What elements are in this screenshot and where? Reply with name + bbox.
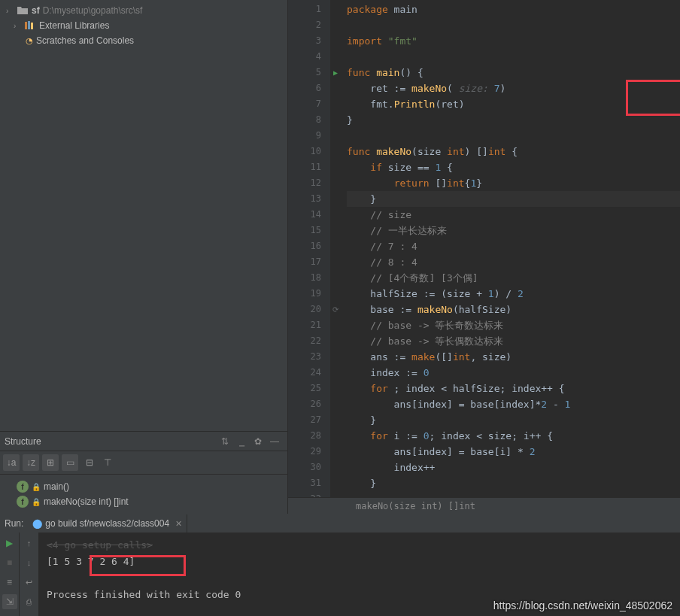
project-path: D:\mysetup\gopath\src\sf bbox=[43, 5, 143, 16]
line-gutter[interactable]: 1 2 3 4 5 6 7 8 9 10 11 12 13 14 15 16 1… bbox=[288, 0, 330, 514]
external-libraries[interactable]: › External Libraries bbox=[0, 18, 287, 33]
run-header: Run: ⬤ go build sf/newclass2/class004 ✕ bbox=[0, 514, 680, 533]
stop-button[interactable]: ■ bbox=[2, 555, 17, 570]
run-config-tab[interactable]: ⬤ go build sf/newclass2/class004 ✕ bbox=[28, 514, 187, 533]
chevron-right-icon[interactable]: › bbox=[6, 7, 17, 15]
output-line: [1 5 3 7 2 6 4] bbox=[47, 554, 672, 570]
rerun-button[interactable]: ▶ bbox=[2, 536, 17, 551]
autoscroll-icon[interactable]: ⊟ bbox=[81, 454, 98, 471]
structure-item-main[interactable]: f 🔒 main() bbox=[0, 479, 287, 494]
filter-icon[interactable]: ⇅ bbox=[217, 436, 233, 447]
go-icon: ⬤ bbox=[32, 518, 42, 529]
sort-visibility-icon[interactable]: ↓z bbox=[23, 454, 39, 471]
structure-panel: Structure ⇅ ⎯ ✿ — ↓a ↓z ⊞ ▭ ⊟ ⊤ f bbox=[0, 431, 287, 514]
folder-icon bbox=[17, 5, 29, 16]
code-editor[interactable]: 1 2 3 4 5 6 7 8 9 10 11 12 13 14 15 16 1… bbox=[288, 0, 680, 514]
lock-icon: 🔒 bbox=[32, 498, 41, 506]
group-icon[interactable]: ▭ bbox=[62, 454, 78, 471]
structure-title: Structure bbox=[5, 436, 217, 447]
structure-body: f 🔒 main() f 🔒 makeNo(size int) []int bbox=[0, 475, 287, 514]
svg-rect-2 bbox=[31, 23, 33, 29]
print-icon[interactable]: ⎙ bbox=[22, 594, 37, 609]
chevron-right-icon[interactable]: › bbox=[14, 22, 24, 30]
sort-alpha-icon[interactable]: ↓a bbox=[3, 454, 20, 471]
run-tab-label: go build sf/newclass2/class004 bbox=[45, 518, 169, 529]
collapse-icon[interactable]: ⎯ bbox=[233, 436, 250, 447]
structure-item-label: makeNo(size int) []int bbox=[44, 496, 129, 507]
structure-header: Structure ⇅ ⎯ ✿ — bbox=[0, 432, 287, 451]
external-libs-label: External Libraries bbox=[39, 20, 109, 31]
gear-icon[interactable]: ✿ bbox=[250, 436, 266, 447]
breadcrumb[interactable]: makeNo(size int) []int bbox=[288, 497, 680, 514]
function-icon: f bbox=[17, 496, 29, 508]
watermark: https://blog.csdn.net/weixin_48502062 bbox=[493, 599, 672, 611]
structure-item-label: main() bbox=[44, 481, 69, 492]
scratches-row[interactable]: ◔ Scratches and Consoles bbox=[0, 33, 287, 48]
lock-icon: 🔒 bbox=[32, 483, 41, 491]
close-icon[interactable]: ✕ bbox=[175, 519, 182, 529]
hide-icon[interactable]: — bbox=[266, 436, 283, 447]
wrap-icon[interactable]: ↩ bbox=[22, 575, 37, 590]
libraries-icon bbox=[24, 20, 36, 31]
project-tree[interactable]: › sf D:\mysetup\gopath\src\sf › External… bbox=[0, 0, 287, 431]
code-content[interactable]: package main import "fmt" func main() { … bbox=[330, 0, 680, 514]
svg-rect-0 bbox=[25, 22, 27, 29]
layout-button[interactable]: ≡ bbox=[2, 575, 17, 590]
scratches-icon: ◔ bbox=[26, 36, 33, 46]
svg-rect-1 bbox=[28, 21, 30, 29]
structure-item-makeno[interactable]: f 🔒 makeNo(size int) []int bbox=[0, 494, 287, 509]
breadcrumb-text: makeNo(size int) []int bbox=[356, 501, 475, 511]
expand-all-icon[interactable]: ⊞ bbox=[42, 454, 59, 471]
up-icon[interactable]: ↑ bbox=[22, 536, 37, 551]
function-icon: f bbox=[17, 481, 29, 493]
run-toolbar-primary: ▶ ■ ≡ ⇲ bbox=[0, 533, 20, 616]
scratches-label: Scratches and Consoles bbox=[36, 35, 134, 46]
run-label: Run: bbox=[5, 518, 23, 529]
structure-toolbar: ↓a ↓z ⊞ ▭ ⊟ ⊤ bbox=[0, 451, 287, 475]
setup-calls-line: <4 go setup calls> bbox=[47, 537, 672, 554]
down-icon[interactable]: ↓ bbox=[22, 555, 37, 570]
run-toolbar-secondary: ↑ ↓ ↩ ⎙ bbox=[20, 533, 39, 616]
autoscroll2-icon[interactable]: ⊤ bbox=[99, 454, 116, 471]
expand-button[interactable]: ⇲ bbox=[2, 594, 17, 609]
project-name: sf bbox=[32, 5, 40, 16]
project-root[interactable]: › sf D:\mysetup\gopath\src\sf bbox=[0, 3, 287, 18]
